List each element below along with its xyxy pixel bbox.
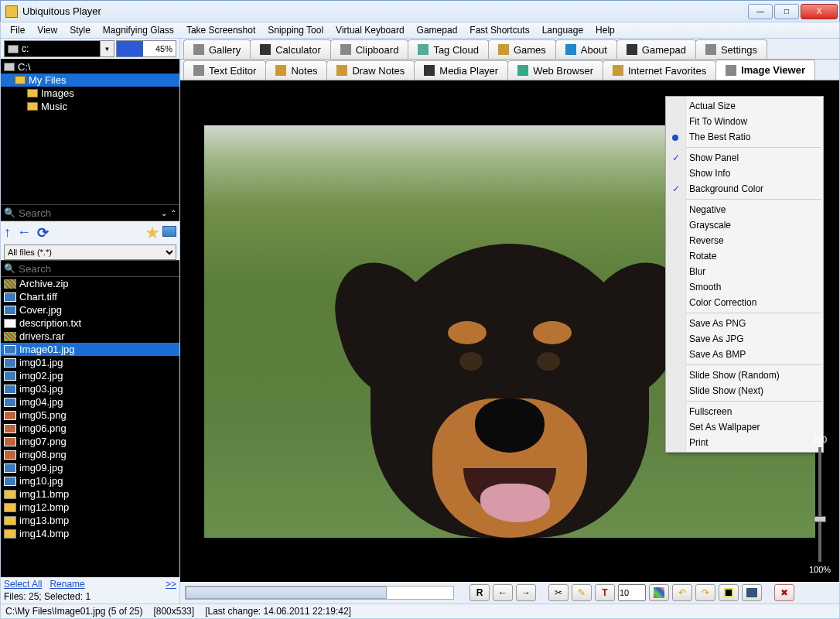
tree-item[interactable]: Music <box>1 100 179 113</box>
menu-language[interactable]: Language <box>536 23 589 37</box>
ctx-blur[interactable]: Blur <box>666 264 823 279</box>
ctx-save-as-png[interactable]: Save As PNG <box>666 316 823 331</box>
tab-gamepad[interactable]: Gamepad <box>616 39 696 59</box>
thumbnails-icon[interactable] <box>162 226 176 237</box>
menu-file[interactable]: File <box>4 23 31 37</box>
file-row[interactable]: img13.bmp <box>1 514 179 527</box>
drive-selector[interactable]: c: ▼ <box>4 40 114 57</box>
ctx-set-as-wallpaper[interactable]: Set As Wallpaper <box>666 419 823 435</box>
zoom-track[interactable] <box>818 447 821 562</box>
ctx-negative[interactable]: Negative <box>666 202 823 217</box>
ctx-rotate[interactable]: Rotate <box>666 248 823 264</box>
menu-snipping-tool[interactable]: Snipping Tool <box>261 23 330 37</box>
back-button[interactable]: ← <box>17 224 31 241</box>
file-row[interactable]: img09.jpg <box>1 461 179 474</box>
delete-button[interactable]: ✖ <box>774 584 794 601</box>
favorites-icon[interactable] <box>145 226 159 240</box>
file-row[interactable]: img11.bmp <box>1 487 179 501</box>
file-row[interactable]: img12.bmp <box>1 501 179 514</box>
up-button[interactable]: ↑ <box>4 224 11 241</box>
file-row[interactable]: Image01.jpg <box>1 343 179 356</box>
file-list[interactable]: Archive.zipChart.tiffCover.jpgdescriptio… <box>1 277 179 577</box>
tab-text-editor[interactable]: Text Editor <box>183 60 266 80</box>
font-size-spinner[interactable] <box>618 584 646 601</box>
menu-view[interactable]: View <box>31 23 63 37</box>
tab-internet-favorites[interactable]: Internet Favorites <box>603 60 716 80</box>
tab-games[interactable]: Games <box>488 39 556 59</box>
next-button[interactable]: → <box>516 584 536 601</box>
ctx-fit-to-window[interactable]: Fit To Window <box>666 114 823 129</box>
prev-button[interactable]: ← <box>493 584 513 601</box>
ctx-save-as-bmp[interactable]: Save As BMP <box>666 347 823 362</box>
chevron-down-icon[interactable]: ▼ <box>100 41 114 56</box>
file-row[interactable]: img10.jpg <box>1 474 179 487</box>
expand-all-icon[interactable]: ⌄ <box>161 209 167 217</box>
file-row[interactable]: img04.jpg <box>1 395 179 409</box>
tree-search[interactable]: 🔍 ⌄ ⌃ <box>1 204 179 221</box>
tree-item[interactable]: Images <box>1 87 179 100</box>
tab-clipboard[interactable]: Clipboard <box>330 39 409 59</box>
ctx-print[interactable]: Print <box>666 435 823 450</box>
minimize-button[interactable]: — <box>748 4 773 19</box>
reset-button[interactable]: R <box>470 584 490 601</box>
file-row[interactable]: img08.png <box>1 448 179 461</box>
ctx-slide-show-random-[interactable]: Slide Show (Random) <box>666 368 823 383</box>
pencil-button[interactable]: ✎ <box>572 584 592 601</box>
ctx-background-color[interactable]: ✓Background Color <box>666 181 823 197</box>
tab-web-browser[interactable]: Web Browser <box>507 60 603 80</box>
zoom-thumb[interactable] <box>814 516 826 522</box>
tree-search-input[interactable] <box>19 207 158 219</box>
file-row[interactable]: description.txt <box>1 316 179 330</box>
cut-button[interactable]: ✂ <box>548 584 569 601</box>
menu-magnifying-glass[interactable]: Magnifying Glass <box>97 23 180 37</box>
colors-button[interactable] <box>649 584 669 601</box>
tab-image-viewer[interactable]: Image Viewer <box>715 60 815 80</box>
ctx-grayscale[interactable]: Grayscale <box>666 217 823 233</box>
file-row[interactable]: img06.png <box>1 422 179 435</box>
file-row[interactable]: Cover.jpg <box>1 303 179 316</box>
ctx-reverse[interactable]: Reverse <box>666 233 823 248</box>
tab-calculator[interactable]: Calculator <box>250 39 331 59</box>
tree-item[interactable]: C:\ <box>1 60 179 74</box>
horizontal-scrollbar[interactable] <box>185 586 454 600</box>
folder-tree[interactable]: C:\My FilesImagesMusic <box>1 59 179 204</box>
more-link[interactable]: >> <box>166 579 176 590</box>
ctx-fullscreen[interactable]: Fullscreen <box>666 404 823 419</box>
close-button[interactable]: X <box>801 4 838 19</box>
ctx-color-correction[interactable]: Color Correction <box>666 295 823 310</box>
file-row[interactable]: img02.jpg <box>1 369 179 382</box>
file-row[interactable]: img05.png <box>1 409 179 422</box>
slideshow-button[interactable] <box>742 584 762 601</box>
menu-help[interactable]: Help <box>589 23 621 37</box>
menu-gamepad[interactable]: Gamepad <box>411 23 464 37</box>
tab-gallery[interactable]: Gallery <box>183 39 251 59</box>
zoom-slider[interactable]: 100 100% <box>804 435 836 574</box>
ctx-save-as-jpg[interactable]: Save As JPG <box>666 331 823 347</box>
ctx-smooth[interactable]: Smooth <box>666 279 823 295</box>
file-row[interactable]: img03.jpg <box>1 382 179 395</box>
menu-fast-shortcuts[interactable]: Fast Shortcuts <box>463 23 535 37</box>
file-search-input[interactable] <box>19 263 176 275</box>
tab-about[interactable]: About <box>555 39 617 59</box>
ctx-show-panel[interactable]: ✓Show Panel <box>666 150 823 166</box>
rotate-left-button[interactable]: ↶ <box>672 584 692 601</box>
ctx-actual-size[interactable]: Actual Size <box>666 98 823 114</box>
file-search[interactable]: 🔍 <box>1 260 179 277</box>
menu-virtual-keyboard[interactable]: Virtual Keyboard <box>330 23 411 37</box>
file-row[interactable]: img07.png <box>1 435 179 448</box>
maximize-button[interactable]: □ <box>774 4 799 19</box>
tab-settings[interactable]: Settings <box>695 39 767 59</box>
select-all-link[interactable]: Select All <box>4 579 42 590</box>
tab-tag-cloud[interactable]: Tag Cloud <box>408 39 489 59</box>
text-button[interactable]: T <box>595 584 615 601</box>
tab-media-player[interactable]: Media Player <box>414 60 508 80</box>
menu-style[interactable]: Style <box>63 23 97 37</box>
ctx-slide-show-next-[interactable]: Slide Show (Next) <box>666 383 823 398</box>
tab-draw-notes[interactable]: Draw Notes <box>326 60 415 80</box>
file-row[interactable]: Archive.zip <box>1 277 179 290</box>
file-row[interactable]: Chart.tiff <box>1 290 179 303</box>
rotate-right-button[interactable]: ↷ <box>695 584 715 601</box>
menu-take-screenshot[interactable]: Take Screenshot <box>180 23 261 37</box>
tab-notes[interactable]: Notes <box>265 60 327 80</box>
ctx-show-info[interactable]: Show Info <box>666 166 823 181</box>
